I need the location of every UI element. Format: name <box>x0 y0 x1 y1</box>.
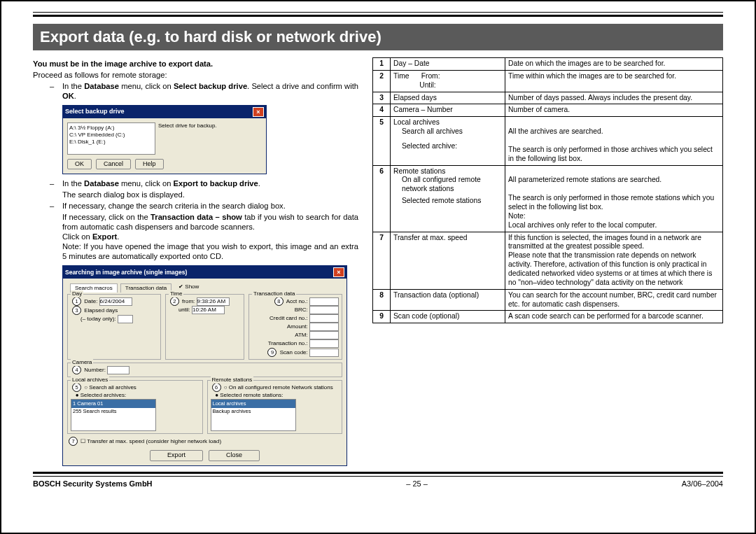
group-camera: Camera <box>71 359 93 366</box>
marker-2: 2 <box>170 297 179 306</box>
marker-6: 6 <box>212 383 221 392</box>
cancel-button[interactable]: Cancel <box>96 159 131 169</box>
group-day: Day <box>71 290 83 297</box>
close-icon[interactable]: × <box>333 267 344 277</box>
dialog1-hint: Select drive for backup. <box>158 122 262 129</box>
marker-1: 1 <box>72 297 81 306</box>
acct-field[interactable] <box>309 297 339 306</box>
txnno-field[interactable] <box>309 339 339 348</box>
remote-station-listbox[interactable]: Local archives Backup archives <box>211 399 296 431</box>
page-title: Export data (e.g. to hard disk or networ… <box>33 24 723 50</box>
table-row: 2Time From: Until:Time within which the … <box>373 70 723 92</box>
page-footer: BOSCH Security Systems GmbH – 25 – A3/06… <box>33 479 723 488</box>
close-button[interactable]: Close <box>209 450 260 461</box>
transfer-checkbox-label[interactable]: Transfer at max. speed (consider higher … <box>87 438 221 444</box>
note-text: Note: If you have opened the image that … <box>33 241 358 261</box>
step4: Click on Export. <box>33 232 358 241</box>
step3: If necessary, change the search criteria… <box>62 201 286 211</box>
marker-5: 5 <box>72 383 81 392</box>
local-archive-listbox[interactable]: 1 Camera 01 255 Search results <box>71 399 156 431</box>
step1: In the Database menu, click on Select ba… <box>62 81 358 101</box>
dialog2-title: Searching in image archive (single image… <box>65 269 187 276</box>
select-backup-drive-dialog: Select backup drive × A:\ 3½ Floppy (A:)… <box>62 105 267 174</box>
scan-field[interactable] <box>309 349 339 357</box>
marker-3: 3 <box>72 306 81 315</box>
from-field[interactable]: 9:38:26 AM <box>197 297 230 306</box>
step2: In the Database menu, click on Export to… <box>62 178 260 188</box>
marker-7: 7 <box>69 437 78 446</box>
table-row: 8Transaction data (optional)You can sear… <box>373 289 723 311</box>
amount-field[interactable] <box>309 323 339 331</box>
footer-page-number: – 25 – <box>406 479 428 488</box>
table-row: 4Camera – NumberNumber of camera. <box>373 104 723 117</box>
group-transaction-data: Transaction data <box>252 290 296 297</box>
search-dialog: Searching in image archive (single image… <box>62 265 347 465</box>
group-local-archives: Local archives <box>71 377 109 384</box>
elapsed-field[interactable] <box>118 315 133 323</box>
step3b: If necessary, click on the Transaction d… <box>33 212 358 232</box>
help-button[interactable]: Help <box>135 159 164 169</box>
reference-table: 1Day – DateDate on which the images are … <box>372 57 723 323</box>
drive-listbox[interactable]: A:\ 3½ Floppy (A:) C:\ VP Embedded (C:) … <box>67 122 155 155</box>
footer-company: BOSCH Security Systems GmbH <box>33 479 153 488</box>
group-remote-stations: Remote stations <box>211 377 254 384</box>
tab-transaction-data[interactable]: Transaction data <box>120 283 172 293</box>
date-field[interactable]: 6/24/2004 <box>99 297 132 306</box>
dialog1-title: Select backup drive <box>65 108 125 115</box>
table-row: 3Elapsed daysNumber of days passed. Alwa… <box>373 92 723 104</box>
until-field[interactable]: 10:26 AM <box>192 306 225 314</box>
export-button[interactable]: Export <box>150 450 203 461</box>
close-icon[interactable]: × <box>253 107 264 117</box>
table-row: 1Day – DateDate on which the images are … <box>373 58 723 71</box>
table-row: 9Scan code (optional)A scan code search … <box>373 311 723 323</box>
cc-field[interactable] <box>309 314 339 323</box>
bullet-dash: – <box>50 81 57 101</box>
step2-line2: The search dialog box is displayed. <box>33 190 358 199</box>
marker-4: 4 <box>72 365 81 374</box>
marker-8: 8 <box>274 297 284 306</box>
marker-9: 9 <box>267 348 276 357</box>
camera-number-field[interactable] <box>107 366 130 374</box>
atm-field[interactable] <box>309 331 339 339</box>
group-time: Time <box>169 290 183 297</box>
proceed-text: Proceed as follows for remote storage: <box>33 70 358 80</box>
table-row: 7Transfer at max. speedIf this function … <box>373 232 723 289</box>
table-row: 5 Local archives Search all archives Sel… <box>373 117 723 165</box>
table-row: 6 Remote stations On all configured remo… <box>373 165 723 232</box>
brc-field[interactable] <box>309 306 339 314</box>
footer-doc-id: A3/06–2004 <box>682 479 723 488</box>
intro-bold: You must be in the image archive to expo… <box>33 59 358 69</box>
ok-button[interactable]: OK <box>67 159 92 169</box>
